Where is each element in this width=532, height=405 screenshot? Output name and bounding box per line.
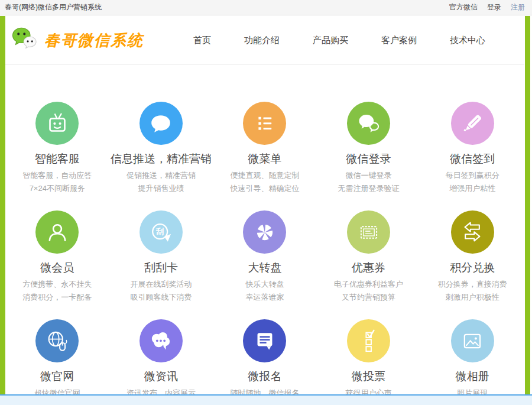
- feature-title: 微投票: [352, 368, 385, 384]
- official-wechat-link[interactable]: 官方微信: [449, 2, 478, 12]
- logo-text: 春哥微信系统: [44, 30, 144, 51]
- feature-title: 微官网: [40, 368, 74, 384]
- left-accent-strip: [0, 16, 5, 396]
- feature-title: 刮刮卡: [144, 260, 178, 276]
- feature-subtitle: 积分换券，直接消费刺激用户积极性: [438, 278, 507, 304]
- svg-text:刮: 刮: [156, 227, 164, 236]
- feature-subtitle: 便捷直观、随意定制快速引导、精确定位: [230, 169, 299, 195]
- nav-features[interactable]: 功能介绍: [244, 35, 280, 46]
- feature-title: 微会员: [40, 260, 74, 276]
- feature-wechat-signin[interactable]: 微信签到 每日签到赢积分增强用户粘性: [420, 102, 524, 195]
- register-link[interactable]: 注册: [511, 2, 525, 12]
- feature-title: 优惠券: [352, 260, 385, 276]
- feature-coupon[interactable]: 优惠券 电子优惠券利益客户又节约营销预算: [317, 210, 421, 304]
- feature-micro-site[interactable]: 微官网 超炫微信官网: [5, 319, 109, 400]
- login-link[interactable]: 登录: [487, 2, 501, 12]
- feature-micro-signup[interactable]: 微报名 随时随地、微信报名: [213, 319, 317, 400]
- feature-subtitle: 快乐大转盘幸运落谁家: [245, 278, 284, 304]
- chat-bubble-icon: [140, 102, 183, 145]
- vote-ballot-icon: [347, 319, 390, 362]
- feature-title: 积分兑换: [450, 260, 495, 276]
- feature-micro-album[interactable]: 微相册 照片展现: [420, 319, 524, 400]
- header: 春哥微信系统 首页 功能介绍 产品购买 客户案例 技术中心: [5, 16, 524, 65]
- pencil-sign-icon: [451, 102, 494, 145]
- feature-points-exchange[interactable]: 积分兑换 积分换券，直接消费刺激用户积极性: [420, 210, 524, 304]
- globe-mouse-icon: [35, 319, 79, 362]
- nav-cases[interactable]: 客户案例: [381, 35, 417, 46]
- nav-home[interactable]: 首页: [193, 35, 211, 46]
- member-person-icon: [35, 210, 79, 254]
- feature-subtitle: 促销推送，精准营销提升销售业绩: [126, 169, 196, 195]
- feature-title: 微资讯: [144, 368, 178, 384]
- feature-title: 微信登录: [346, 151, 391, 167]
- feature-micro-menu[interactable]: 微菜单 便捷直观、随意定制快速引导、精确定位: [213, 102, 317, 195]
- feature-subtitle: 开展在线刮奖活动吸引顾客线下消费: [130, 278, 192, 304]
- feature-title: 大转盘: [248, 260, 281, 276]
- feature-title: 微报名: [248, 368, 281, 384]
- feature-title: 智能客服: [35, 151, 80, 167]
- feature-title: 微相册: [456, 368, 489, 384]
- feature-subtitle: 微信一键登录无需注册登录验证: [338, 169, 400, 195]
- right-accent-strip: [525, 16, 530, 396]
- feature-micro-news[interactable]: 微资讯 资讯发布，内容展示: [109, 319, 213, 400]
- lucky-wheel-icon: [243, 210, 286, 254]
- wechat-logo-icon: [11, 25, 38, 55]
- scratch-card-icon: 刮: [140, 210, 183, 254]
- feature-subtitle: 智能客服，自动应答7×24不间断服务: [22, 169, 92, 195]
- feature-wechat-login[interactable]: 微信登录 微信一键登录无需注册登录验证: [317, 102, 421, 195]
- wechat-bubbles-icon: [347, 102, 390, 145]
- feature-title: 信息推送，精准营销: [111, 151, 212, 167]
- site-title: 春哥(网络)微信多用户营销系统: [5, 2, 102, 12]
- feature-micro-vote[interactable]: 微投票 获得用户心声: [317, 319, 421, 400]
- nav-tech-center[interactable]: 技术中心: [450, 35, 485, 46]
- feature-grid: 智能客服 智能客服，自动应答7×24不间断服务 信息推送，精准营销 促销推送，精…: [5, 102, 524, 400]
- news-bubble-icon: [140, 319, 183, 362]
- feature-title: 微信签到: [450, 151, 495, 167]
- page: 春哥(网络)微信多用户营销系统 官方微信 登录 注册 春哥微信系统: [0, 0, 532, 405]
- photo-album-icon: [451, 319, 494, 362]
- exchange-arrows-icon: [451, 210, 494, 254]
- feature-subtitle: 每日签到赢积分增强用户粘性: [446, 169, 499, 195]
- tv-smile-icon: [35, 102, 79, 145]
- main-nav: 首页 功能介绍 产品购买 客户案例 技术中心: [193, 35, 524, 46]
- feature-subtitle: 电子优惠券利益客户又节约营销预算: [334, 278, 403, 304]
- signup-form-icon: [243, 319, 286, 362]
- feature-micro-member[interactable]: 微会员 方便携带、永不挂失消费积分，一卡配备: [5, 210, 109, 304]
- nav-purchase[interactable]: 产品购买: [313, 35, 348, 46]
- feature-subtitle: 方便携带、永不挂失消费积分，一卡配备: [22, 278, 92, 304]
- menu-list-icon: [243, 102, 286, 145]
- feature-message-push[interactable]: 信息推送，精准营销 促销推送，精准营销提升销售业绩: [109, 102, 213, 195]
- logo[interactable]: 春哥微信系统: [5, 25, 144, 55]
- topbar-links: 官方微信 登录 注册: [449, 2, 525, 12]
- feature-smart-service[interactable]: 智能客服 智能客服，自动应答7×24不间断服务: [5, 102, 109, 195]
- feature-lucky-wheel[interactable]: 大转盘 快乐大转盘幸运落谁家: [213, 210, 317, 304]
- feature-title: 微菜单: [248, 151, 281, 167]
- coupon-icon: [347, 210, 390, 254]
- bottom-bar: [0, 394, 532, 405]
- topbar: 春哥(网络)微信多用户营销系统 官方微信 登录 注册: [0, 0, 532, 15]
- feature-scratch-card[interactable]: 刮 刮刮卡 开展在线刮奖活动吸引顾客线下消费: [109, 210, 213, 304]
